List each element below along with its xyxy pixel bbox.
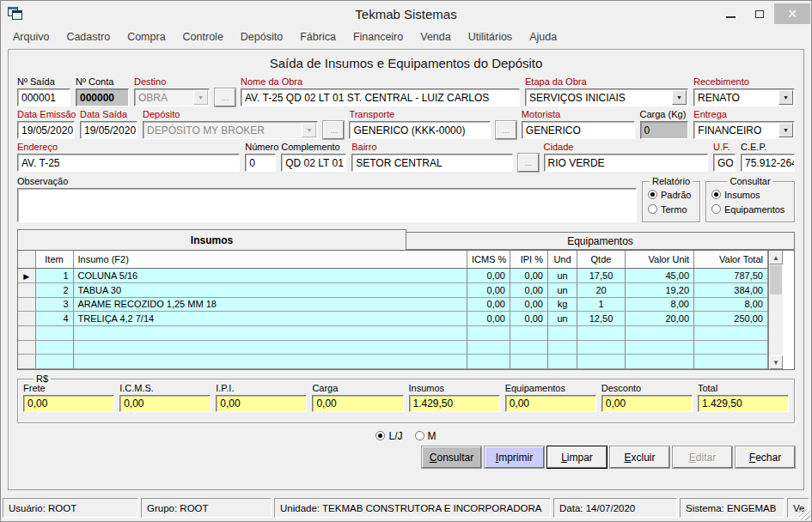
bairro-field[interactable]: SETOR CENTRAL	[351, 154, 512, 172]
grid-empty-row[interactable]	[18, 325, 768, 340]
insumos-total-field[interactable]: 1.429,50	[409, 395, 500, 412]
deposito-label: Depósito	[143, 109, 318, 121]
mode-m-radio[interactable]: M	[415, 428, 437, 443]
menu-financeiro[interactable]: Financeiro	[345, 27, 412, 46]
numero-field[interactable]: 0	[245, 154, 276, 172]
fechar-button[interactable]: Fechar	[736, 446, 795, 468]
imprimir-button[interactable]: Imprimir	[485, 446, 544, 468]
chevron-down-icon[interactable]: ▼	[302, 123, 316, 137]
carga-total-field[interactable]: 0,00	[312, 395, 403, 412]
no-saida-field[interactable]: 000001	[17, 88, 70, 106]
icms-total-field[interactable]: 0,00	[119, 395, 211, 412]
grid-row[interactable]: ▶ 1 COLUNA 5/16 0,00 0,00 un 17,50 45,00…	[18, 269, 768, 283]
consultar-insumos-radio[interactable]: Insumos	[711, 187, 791, 202]
resize-grip[interactable]	[799, 509, 810, 520]
menu-deposito[interactable]: Depósito	[232, 27, 291, 46]
ipi-total-field[interactable]: 0,00	[216, 395, 307, 412]
menu-utilitarios[interactable]: Utilitários	[460, 27, 521, 46]
consultar-button[interactable]: Consultar	[422, 446, 481, 468]
menu-cadastro[interactable]: Cadastro	[58, 27, 119, 46]
status-data: Data: 14/07/2020	[553, 498, 677, 518]
menu-bar: Arquivo Cadastro Compra Controle Depósit…	[1, 27, 811, 47]
complemento-field[interactable]: QD 02 LT 01	[281, 154, 346, 172]
maximize-button[interactable]	[745, 4, 774, 23]
entrega-combo[interactable]: FINANCEIRO ▼	[693, 121, 795, 139]
cidade-field[interactable]: RIO VERDE	[544, 154, 708, 172]
col-valor-total[interactable]: Valor Total	[694, 251, 768, 269]
entrega-label: Entrega	[693, 109, 795, 121]
tab-insumos[interactable]: Insumos	[17, 229, 406, 250]
col-item[interactable]: Item	[35, 251, 73, 269]
menu-venda[interactable]: Venda	[412, 27, 459, 46]
relatorio-padrao-radio[interactable]: Padrão	[648, 187, 696, 202]
equipamentos-total-label: Equipamentos	[505, 383, 596, 395]
data-emissao-label: Data Emissão	[17, 109, 75, 121]
grid-row[interactable]: 2 TABUA 30 0,00 0,00 un 20 19,20 384,00	[18, 282, 768, 297]
uf-field[interactable]: GO	[713, 154, 736, 172]
equipamentos-total-field[interactable]: 0,00	[505, 395, 596, 412]
col-und[interactable]: Und	[548, 251, 577, 269]
obra-browse-button[interactable]: ...	[215, 88, 235, 106]
scroll-down-icon[interactable]: ▼	[769, 355, 783, 369]
limpar-button[interactable]: Limpar	[547, 446, 607, 468]
motorista-field[interactable]: GENERICO	[522, 121, 635, 139]
recebimento-combo[interactable]: RENATO ▼	[693, 88, 795, 106]
no-conta-field: 000000	[76, 88, 129, 106]
menu-compra[interactable]: Compra	[119, 27, 174, 46]
chevron-down-icon[interactable]: ▼	[778, 123, 793, 137]
col-valor-unit[interactable]: Valor Unit	[626, 251, 694, 269]
status-usuario: Usuário: ROOT	[3, 498, 138, 518]
endereco-label: Endereço	[17, 142, 240, 154]
grid-vertical-scrollbar[interactable]: ▲ ▼	[768, 251, 783, 369]
etapa-obra-combo[interactable]: SERVIÇOS INICIAIS ▼	[525, 88, 688, 106]
col-qtde[interactable]: Qtde	[577, 251, 626, 269]
data-emissao-field[interactable]: 19/05/2020	[17, 121, 75, 139]
frete-field[interactable]: 0,00	[23, 395, 114, 412]
chevron-down-icon[interactable]: ▼	[193, 90, 208, 105]
minimize-button[interactable]	[716, 4, 745, 23]
menu-ajuda[interactable]: Ajuda	[521, 27, 565, 46]
action-buttons: Consultar Imprimir Limpar Excluir Editar…	[17, 446, 795, 468]
col-icms[interactable]: ICMS %	[467, 251, 510, 269]
excluir-button[interactable]: Excluir	[610, 446, 669, 468]
tab-equipamentos[interactable]: Equipamentos	[406, 232, 795, 250]
observacao-field[interactable]	[17, 188, 637, 222]
observacao-label: Observação	[17, 176, 637, 188]
consultar-groupbox: Consultar Insumos Equipamentos	[705, 181, 795, 222]
menu-fabrica[interactable]: Fábrica	[291, 27, 345, 46]
chevron-down-icon[interactable]: ▼	[778, 90, 793, 105]
motorista-browse-button[interactable]: ...	[496, 121, 516, 139]
col-insumo[interactable]: Insumo (F2)	[73, 251, 467, 269]
total-field[interactable]: 1.429,50	[698, 395, 789, 412]
col-ipi[interactable]: IPI %	[510, 251, 548, 269]
data-saida-field[interactable]: 19/05/2020	[80, 121, 137, 139]
endereco-field[interactable]: AV. T-25	[17, 154, 240, 172]
grid-empty-row[interactable]	[18, 355, 768, 369]
mode-lj-radio[interactable]: L/J	[375, 428, 402, 443]
grid-row[interactable]: 3 ARAME RECOZIDO 1,25 MM 18 0,00 0,00 kg…	[18, 297, 768, 312]
desconto-field[interactable]: 0,00	[601, 395, 693, 412]
radio-icon	[415, 431, 424, 440]
nome-obra-label: Nome da Obra	[241, 76, 520, 88]
grid-empty-row[interactable]	[18, 340, 768, 355]
deposito-combo[interactable]: DEPÓSITO MY BROKER ▼	[143, 121, 318, 139]
menu-controle[interactable]: Controle	[174, 27, 232, 46]
chevron-down-icon[interactable]: ▼	[672, 90, 687, 105]
tab-strip: Insumos Equipamentos	[17, 229, 795, 250]
grid-row[interactable]: 4 TRELIÇA 4,2 7/14 0,00 0,00 un 12,50 20…	[18, 312, 768, 326]
close-button[interactable]: ✕	[774, 3, 810, 24]
scrollbar-thumb[interactable]	[770, 265, 782, 294]
transporte-browse-button[interactable]: ...	[323, 121, 344, 139]
destino-combo[interactable]: OBRA ▼	[134, 88, 210, 106]
menu-arquivo[interactable]: Arquivo	[4, 27, 58, 46]
cidade-browse-button[interactable]: ...	[518, 154, 539, 172]
relatorio-termo-radio[interactable]: Termo	[648, 202, 696, 216]
nome-obra-field[interactable]: AV. T-25 QD 02 LT 01 ST. CENTRAL - LUIZ …	[241, 88, 520, 106]
transporte-field[interactable]: GENERICO (KKK-0000)	[349, 121, 491, 139]
scroll-up-icon[interactable]: ▲	[769, 251, 783, 264]
status-unidade: Unidade: TEKMAB CONSTRUTORA E INCORPORAD…	[274, 498, 551, 518]
destino-label: Destino	[134, 76, 210, 88]
cep-field[interactable]: 75.912-264	[741, 154, 795, 172]
consultar-equipamentos-radio[interactable]: Equipamentos	[711, 202, 791, 216]
cep-label: C.E.P.	[741, 142, 795, 154]
